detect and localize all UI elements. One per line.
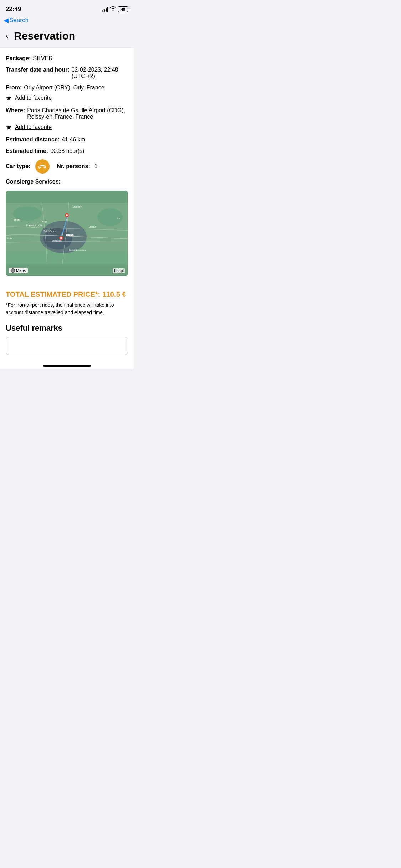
car-type-row: Car type: Nr. persons: 1 <box>6 159 128 174</box>
star-from-icon: ★ <box>6 94 12 102</box>
svg-point-18 <box>66 214 68 216</box>
page-header: ‹ Reservation <box>0 27 134 48</box>
car-type-label: Car type: <box>6 163 30 170</box>
package-value: SILVER <box>33 55 128 62</box>
package-label: Package: <box>6 55 31 62</box>
svg-text:Cergy: Cergy <box>41 220 47 223</box>
from-label: From: <box>6 84 22 91</box>
from-value: Orly Airport (ORY), Orly, France <box>24 84 128 91</box>
svg-text:Ch: Ch <box>117 217 120 219</box>
price-section: TOTAL ESTIMATED PRICE*: 110.5 € *For non… <box>0 290 134 361</box>
where-label: Where: <box>6 107 25 114</box>
nr-persons-label: Nr. persons: <box>57 163 90 170</box>
star-where-icon: ★ <box>6 123 12 131</box>
car-icon-badge <box>35 159 50 174</box>
total-price: TOTAL ESTIMATED PRICE*: 110.5 € <box>6 290 128 299</box>
map-container: Chantilly Vernon Cergy Mantes-la-Jolie S… <box>6 191 128 276</box>
price-disclaimer: *For non-airport rides, the final price … <box>6 301 128 316</box>
svg-text:Mantes-la-Jolie: Mantes-la-Jolie <box>26 224 42 227</box>
status-bar: 22:49 49 <box>0 0 134 16</box>
svg-text:Saint-Denis: Saint-Denis <box>43 230 56 232</box>
where-row: Where: Paris Charles de Gaulle Airport (… <box>6 107 128 120</box>
distance-label: Estimated distance: <box>6 136 60 143</box>
favorite-where-row[interactable]: ★ Add to favorite <box>6 123 128 131</box>
distance-value: 41.46 km <box>62 136 128 143</box>
status-time: 22:49 <box>6 6 21 13</box>
remarks-input-box[interactable] <box>6 337 128 355</box>
time-value: 00:38 hour(s) <box>50 148 128 154</box>
consierge-label: Consierge Services: <box>6 179 128 185</box>
add-favorite-where-link[interactable]: Add to favorite <box>15 124 52 130</box>
map-svg: Chantilly Vernon Cergy Mantes-la-Jolie S… <box>6 191 128 276</box>
status-icons: 49 <box>102 6 128 12</box>
car-icon <box>38 164 47 169</box>
time-label: Estimated time: <box>6 148 48 154</box>
apple-maps-logo: Maps <box>9 268 28 273</box>
transfer-date-label: Transfer date and hour: <box>6 67 70 73</box>
wifi-icon <box>110 6 116 12</box>
home-bar <box>43 365 91 367</box>
back-arrow-icon: ◀ <box>4 16 9 24</box>
reservation-content: Package: SILVER Transfer date and hour: … <box>0 48 134 290</box>
add-favorite-from-link[interactable]: Add to favorite <box>15 95 52 101</box>
back-nav[interactable]: ◀ Search <box>0 16 134 27</box>
page-title: Reservation <box>14 30 75 42</box>
package-row: Package: SILVER <box>6 55 128 62</box>
svg-text:Meaux: Meaux <box>89 226 96 228</box>
svg-text:Vernon: Vernon <box>14 218 21 221</box>
home-indicator <box>0 361 134 369</box>
favorite-from-row[interactable]: ★ Add to favorite <box>6 94 128 102</box>
svg-point-21 <box>60 237 62 239</box>
transfer-date-value: 02-02-2023, 22:48 (UTC +2) <box>72 67 128 79</box>
header-back-icon[interactable]: ‹ <box>6 31 8 41</box>
time-row: Estimated time: 00:38 hour(s) <box>6 148 128 154</box>
map-legal: Legal <box>113 268 125 273</box>
nr-persons-value: 1 <box>94 163 98 170</box>
svg-text:Chantilly: Chantilly <box>73 206 82 208</box>
svg-text:Paris: Paris <box>66 233 74 237</box>
back-label: Search <box>9 17 29 24</box>
transfer-date-row: Transfer date and hour: 02-02-2023, 22:4… <box>6 67 128 79</box>
svg-rect-3 <box>6 251 128 265</box>
svg-text:reux: reux <box>7 237 12 239</box>
useful-remarks-title: Useful remarks <box>6 324 128 333</box>
signal-icon <box>102 7 108 12</box>
from-row: From: Orly Airport (ORY), Orly, France <box>6 84 128 91</box>
where-value: Paris Charles de Gaulle Airport (CDG), R… <box>27 107 128 120</box>
svg-text:Corbeil-Essonnes: Corbeil-Essonnes <box>69 249 86 251</box>
distance-row: Estimated distance: 41.46 km <box>6 136 128 143</box>
battery-icon: 49 <box>118 6 128 12</box>
